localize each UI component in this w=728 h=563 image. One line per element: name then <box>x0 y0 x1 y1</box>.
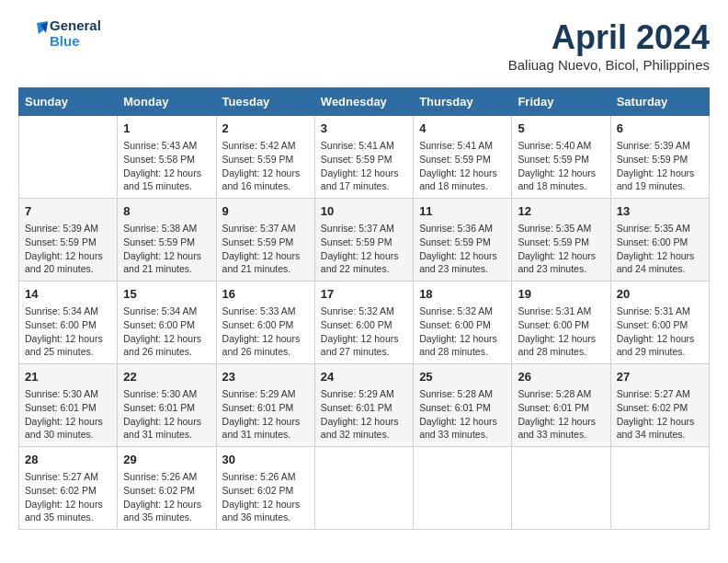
day-info: Sunrise: 5:28 AM Sunset: 6:01 PM Dayligh… <box>518 387 604 442</box>
day-number: 22 <box>123 369 210 385</box>
cell-w1-d4: 3Sunrise: 5:41 AM Sunset: 5:59 PM Daylig… <box>314 116 413 199</box>
header: General Blue April 2024 Baliuag Nuevo, B… <box>18 18 710 73</box>
day-number: 5 <box>518 121 604 137</box>
cell-w5-d1: 28Sunrise: 5:27 AM Sunset: 6:02 PM Dayli… <box>19 447 118 530</box>
cell-w4-d3: 23Sunrise: 5:29 AM Sunset: 6:01 PM Dayli… <box>216 364 314 447</box>
day-number: 28 <box>25 452 111 468</box>
cell-w1-d1 <box>19 116 118 199</box>
cell-w3-d7: 20Sunrise: 5:31 AM Sunset: 6:00 PM Dayli… <box>610 282 709 364</box>
cell-w5-d5 <box>414 447 512 530</box>
cell-w2-d7: 13Sunrise: 5:35 AM Sunset: 6:00 PM Dayli… <box>610 199 709 282</box>
cell-w5-d4 <box>314 447 413 530</box>
header-monday: Monday <box>118 88 216 116</box>
cell-w1-d6: 5Sunrise: 5:40 AM Sunset: 5:59 PM Daylig… <box>512 116 610 199</box>
cell-w1-d7: 6Sunrise: 5:39 AM Sunset: 5:59 PM Daylig… <box>610 116 709 199</box>
day-number: 9 <box>222 203 309 220</box>
cell-w5-d3: 30Sunrise: 5:26 AM Sunset: 6:02 PM Dayli… <box>216 447 314 530</box>
day-number: 2 <box>222 121 309 137</box>
day-number: 20 <box>617 286 703 303</box>
day-info: Sunrise: 5:27 AM Sunset: 6:02 PM Dayligh… <box>25 470 111 524</box>
day-info: Sunrise: 5:34 AM Sunset: 6:00 PM Dayligh… <box>123 304 210 359</box>
header-sunday: Sunday <box>19 88 118 116</box>
day-number: 24 <box>321 369 407 385</box>
day-number: 16 <box>222 286 309 303</box>
day-info: Sunrise: 5:29 AM Sunset: 6:01 PM Dayligh… <box>222 387 309 442</box>
day-number: 14 <box>25 286 111 303</box>
day-info: Sunrise: 5:42 AM Sunset: 5:59 PM Dayligh… <box>222 139 309 193</box>
cell-w5-d2: 29Sunrise: 5:26 AM Sunset: 6:02 PM Dayli… <box>118 447 216 530</box>
day-number: 7 <box>25 203 111 220</box>
day-info: Sunrise: 5:32 AM Sunset: 6:00 PM Dayligh… <box>419 304 506 359</box>
day-info: Sunrise: 5:37 AM Sunset: 5:59 PM Dayligh… <box>222 222 309 276</box>
day-number: 19 <box>518 286 604 303</box>
day-info: Sunrise: 5:43 AM Sunset: 5:58 PM Dayligh… <box>123 139 210 193</box>
day-number: 18 <box>419 286 506 303</box>
day-info: Sunrise: 5:31 AM Sunset: 6:00 PM Dayligh… <box>518 304 604 359</box>
cell-w4-d6: 26Sunrise: 5:28 AM Sunset: 6:01 PM Dayli… <box>512 364 610 447</box>
cell-w4-d4: 24Sunrise: 5:29 AM Sunset: 6:01 PM Dayli… <box>314 364 413 447</box>
logo: General Blue <box>18 18 101 49</box>
day-number: 11 <box>419 203 506 220</box>
day-info: Sunrise: 5:29 AM Sunset: 6:01 PM Dayligh… <box>321 387 407 442</box>
header-wednesday: Wednesday <box>314 88 413 116</box>
week-row-4: 21Sunrise: 5:30 AM Sunset: 6:01 PM Dayli… <box>19 364 710 447</box>
day-number: 8 <box>123 203 210 220</box>
day-info: Sunrise: 5:38 AM Sunset: 5:59 PM Dayligh… <box>123 222 210 276</box>
day-number: 12 <box>518 203 604 220</box>
cell-w2-d4: 10Sunrise: 5:37 AM Sunset: 5:59 PM Dayli… <box>314 199 413 282</box>
day-info: Sunrise: 5:41 AM Sunset: 5:59 PM Dayligh… <box>321 139 407 193</box>
cell-w2-d3: 9Sunrise: 5:37 AM Sunset: 5:59 PM Daylig… <box>216 199 314 282</box>
title-area: April 2024 Baliuag Nuevo, Bicol, Philipp… <box>508 18 710 73</box>
day-info: Sunrise: 5:31 AM Sunset: 6:00 PM Dayligh… <box>617 304 703 359</box>
day-number: 17 <box>321 286 407 303</box>
day-info: Sunrise: 5:30 AM Sunset: 6:01 PM Dayligh… <box>25 387 111 442</box>
cell-w4-d2: 22Sunrise: 5:30 AM Sunset: 6:01 PM Dayli… <box>118 364 216 447</box>
day-info: Sunrise: 5:41 AM Sunset: 5:59 PM Dayligh… <box>419 139 506 193</box>
cell-w3-d6: 19Sunrise: 5:31 AM Sunset: 6:00 PM Dayli… <box>512 282 610 364</box>
cell-w4-d7: 27Sunrise: 5:27 AM Sunset: 6:02 PM Dayli… <box>610 364 709 447</box>
week-row-2: 7Sunrise: 5:39 AM Sunset: 5:59 PM Daylig… <box>19 199 710 282</box>
cell-w5-d7 <box>610 447 709 530</box>
header-friday: Friday <box>512 88 610 116</box>
cell-w3-d2: 15Sunrise: 5:34 AM Sunset: 6:00 PM Dayli… <box>118 282 216 364</box>
week-row-5: 28Sunrise: 5:27 AM Sunset: 6:02 PM Dayli… <box>19 447 710 530</box>
day-number: 26 <box>518 369 604 385</box>
day-info: Sunrise: 5:26 AM Sunset: 6:02 PM Dayligh… <box>222 470 309 524</box>
day-number: 23 <box>222 369 309 385</box>
cell-w1-d5: 4Sunrise: 5:41 AM Sunset: 5:59 PM Daylig… <box>414 116 512 199</box>
day-info: Sunrise: 5:36 AM Sunset: 5:59 PM Dayligh… <box>419 222 506 276</box>
cell-w3-d5: 18Sunrise: 5:32 AM Sunset: 6:00 PM Dayli… <box>414 282 512 364</box>
day-number: 15 <box>123 286 210 303</box>
cell-w2-d6: 12Sunrise: 5:35 AM Sunset: 5:59 PM Dayli… <box>512 199 610 282</box>
cell-w2-d1: 7Sunrise: 5:39 AM Sunset: 5:59 PM Daylig… <box>19 199 118 282</box>
cell-w1-d2: 1Sunrise: 5:43 AM Sunset: 5:58 PM Daylig… <box>118 116 216 199</box>
day-info: Sunrise: 5:27 AM Sunset: 6:02 PM Dayligh… <box>617 387 703 442</box>
day-number: 6 <box>617 121 703 137</box>
day-info: Sunrise: 5:39 AM Sunset: 5:59 PM Dayligh… <box>617 139 703 193</box>
cell-w3-d3: 16Sunrise: 5:33 AM Sunset: 6:00 PM Dayli… <box>216 282 314 364</box>
day-info: Sunrise: 5:34 AM Sunset: 6:00 PM Dayligh… <box>25 304 111 359</box>
day-info: Sunrise: 5:30 AM Sunset: 6:01 PM Dayligh… <box>123 387 210 442</box>
day-number: 30 <box>222 452 309 468</box>
day-number: 3 <box>321 121 407 137</box>
cell-w1-d3: 2Sunrise: 5:42 AM Sunset: 5:59 PM Daylig… <box>216 116 314 199</box>
header-tuesday: Tuesday <box>216 88 314 116</box>
subtitle: Baliuag Nuevo, Bicol, Philippines <box>508 57 710 73</box>
day-info: Sunrise: 5:40 AM Sunset: 5:59 PM Dayligh… <box>518 139 604 193</box>
day-info: Sunrise: 5:37 AM Sunset: 5:59 PM Dayligh… <box>321 222 407 276</box>
week-row-3: 14Sunrise: 5:34 AM Sunset: 6:00 PM Dayli… <box>19 282 710 364</box>
day-number: 21 <box>25 369 111 385</box>
cell-w4-d1: 21Sunrise: 5:30 AM Sunset: 6:01 PM Dayli… <box>19 364 118 447</box>
day-number: 13 <box>617 203 703 220</box>
header-saturday: Saturday <box>610 88 709 116</box>
day-info: Sunrise: 5:26 AM Sunset: 6:02 PM Dayligh… <box>123 470 210 524</box>
day-number: 27 <box>617 369 703 385</box>
header-thursday: Thursday <box>414 88 512 116</box>
cell-w2-d5: 11Sunrise: 5:36 AM Sunset: 5:59 PM Dayli… <box>414 199 512 282</box>
cell-w5-d6 <box>512 447 610 530</box>
day-number: 10 <box>321 203 407 220</box>
calendar-header-row: Sunday Monday Tuesday Wednesday Thursday… <box>19 88 710 116</box>
cell-w2-d2: 8Sunrise: 5:38 AM Sunset: 5:59 PM Daylig… <box>118 199 216 282</box>
day-info: Sunrise: 5:33 AM Sunset: 6:00 PM Dayligh… <box>222 304 309 359</box>
day-info: Sunrise: 5:35 AM Sunset: 6:00 PM Dayligh… <box>617 222 703 276</box>
